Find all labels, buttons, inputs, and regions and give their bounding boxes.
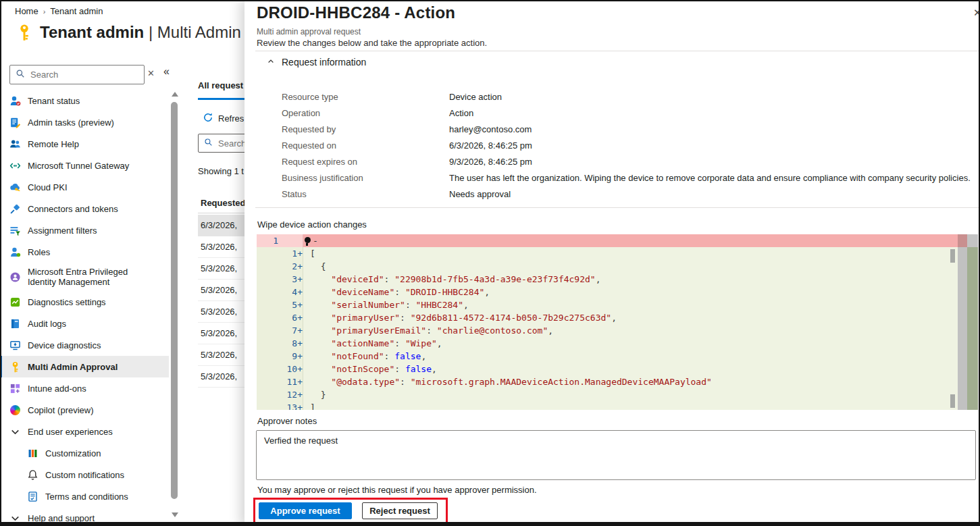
sidebar-item-admin-tasks-preview[interactable]: Admin tasks (preview)	[0, 111, 169, 133]
sidebar-scrollbar[interactable]	[170, 90, 179, 519]
approver-notes-input[interactable]: Verfied the request	[256, 430, 976, 480]
sidebar-item-multi-admin-approval[interactable]: Multi Admin Approval	[0, 356, 169, 377]
roles-icon	[9, 246, 21, 258]
sidebar-item-cloud-pki[interactable]: Cloud PKI	[0, 176, 169, 198]
field-row: OperationAction	[282, 105, 971, 121]
terms-icon	[27, 491, 38, 502]
sidebar-item-intune-add-ons[interactable]: Intune add-ons	[0, 377, 169, 399]
sidebar-item-label: Admin tasks (preview)	[28, 117, 114, 128]
sidebar-search	[9, 65, 145, 84]
diff-lines: 1-1+[2+ {3+ "deviceId": "22908b1d-7fb5-4…	[257, 234, 958, 410]
sidebar-item-assignment-filters[interactable]: Assignment filters	[0, 219, 169, 241]
audit-logs-icon	[9, 318, 21, 330]
field-row: Resource typeDevice action	[282, 88, 971, 105]
key-icon	[16, 24, 33, 41]
notifications-icon	[27, 469, 38, 481]
field-row: Requested on6/3/2026, 8:46:25 pm	[282, 137, 971, 153]
field-row: Requested byharley@contoso.com	[282, 121, 971, 137]
collapse-sidebar-icon[interactable]: «	[163, 65, 170, 78]
reject-request-button[interactable]: Reject request	[362, 502, 438, 519]
sidebar-item-terms-and-conditions[interactable]: Terms and conditions	[0, 485, 169, 507]
sidebar-item-connectors-and-tokens[interactable]: Connectors and tokens	[0, 198, 169, 219]
sidebar-item-help-and-support[interactable]: Help and support	[0, 507, 169, 526]
sidebar-item-tenant-status[interactable]: Tenant status	[0, 90, 169, 111]
sidebar-search-input[interactable]	[29, 69, 144, 80]
diff-title: Wipe device action changes	[257, 219, 367, 230]
sidebar-item-label: Tenant status	[28, 96, 80, 106]
field-row: Request expires on9/3/2026, 8:46:25 pm	[282, 153, 971, 169]
field-label: Request expires on	[282, 157, 449, 167]
close-icon[interactable]: ✕	[973, 7, 980, 19]
editor-scrollbar[interactable]	[958, 234, 967, 410]
sidebar-item-device-diagnostics[interactable]: Device diagnostics	[0, 334, 169, 356]
customization-icon	[27, 448, 38, 459]
scrollbar-removed-mark	[958, 234, 967, 247]
chevron-up-icon	[267, 57, 275, 68]
cloud-pki-icon	[9, 182, 21, 193]
sidebar-item-microsoft-tunnel-gateway[interactable]: Microsoft Tunnel Gateway	[0, 155, 169, 176]
field-value: harley@contoso.com	[449, 124, 532, 134]
editor-minimap[interactable]	[967, 234, 978, 410]
remote-help-icon	[9, 138, 21, 150]
field-label: Operation	[282, 108, 449, 118]
ruler-mark	[950, 394, 955, 408]
diff-inserted-line: 9+ "notFound": false,	[257, 350, 958, 363]
sidebar-item-label: Assignment filters	[28, 226, 97, 236]
request-information-section-header[interactable]: Request information	[267, 57, 366, 68]
breadcrumb: Home›Tenant admin	[15, 6, 103, 16]
tenant-status-icon	[9, 95, 21, 107]
key-icon	[9, 361, 21, 373]
tab-all-requests[interactable]: All request	[198, 80, 243, 90]
field-row: StatusNeeds approval	[282, 186, 971, 202]
approver-notes-label: Approver notes	[257, 416, 317, 426]
sidebar-item-label: Diagnostics settings	[28, 297, 106, 307]
sidebar-item-label: Copilot (preview)	[28, 405, 94, 415]
breadcrumb-current[interactable]: Tenant admin	[50, 6, 103, 16]
connectors-icon	[9, 203, 21, 215]
scroll-up-icon[interactable]	[172, 92, 178, 97]
approve-request-button[interactable]: Approve request	[259, 502, 352, 519]
field-value: Action	[449, 108, 473, 118]
refresh-button[interactable]: Refres	[203, 112, 244, 125]
tunnel-gateway-icon	[9, 160, 21, 172]
diff-inserted-line: 7+ "primaryUserEmail": "charlie@contoso.…	[257, 324, 958, 337]
sidebar-item-remote-help[interactable]: Remote Help	[0, 133, 169, 155]
assignment-filters-icon	[9, 225, 21, 236]
sidebar-item-custom-notifications[interactable]: Custom notifications	[0, 464, 169, 485]
diff-inserted-line: 1+[	[257, 247, 958, 260]
breadcrumb-separator-icon: ›	[43, 7, 46, 16]
field-value: Needs approval	[449, 189, 511, 199]
sidebar-item-audit-logs[interactable]: Audit logs	[0, 313, 169, 334]
sidebar-item-roles[interactable]: Roles	[0, 241, 169, 263]
panel-description: Review the changes below and take the ap…	[257, 38, 487, 48]
panel-title: DROID-HHBC284 - Action	[257, 3, 455, 22]
sidebar-item-label: Intune add-ons	[28, 384, 86, 394]
clear-search-icon[interactable]: ✕	[147, 68, 155, 78]
field-label: Status	[282, 189, 449, 199]
page-subtitle: | Multi Admin	[149, 23, 241, 41]
scroll-down-icon[interactable]	[172, 512, 178, 517]
intune-addons-icon	[9, 383, 21, 394]
diff-inserted-line: 11+ "@odata.type": "microsoft.graph.MAAD…	[257, 375, 958, 388]
sidebar-item-label: End user experiences	[28, 427, 113, 437]
breadcrumb-home[interactable]: Home	[15, 6, 38, 16]
diff-inserted-line: 10+ "notInScope": false,	[257, 363, 958, 375]
field-label: Requested on	[282, 140, 449, 151]
diff-editor[interactable]: 1-1+[2+ {3+ "deviceId": "22908b1d-7fb5-4…	[257, 234, 978, 410]
showing-count-text: Showing 1 t	[198, 166, 244, 176]
diff-inserted-line: 3+ "deviceId": "22908b1d-7fb5-4a3d-a39e-…	[257, 273, 958, 286]
sidebar-item-diagnostics-settings[interactable]: Diagnostics settings	[0, 291, 169, 313]
sidebar-item-customization[interactable]: Customization	[0, 442, 169, 464]
sidebar-item-label: Connectors and tokens	[28, 204, 118, 214]
column-header-requested[interactable]: Requested	[201, 198, 245, 208]
sidebar-item-label: Help and support	[28, 513, 95, 523]
copilot-icon	[9, 404, 21, 416]
field-value: 6/3/2026, 8:46:25 pm	[449, 140, 532, 151]
diff-minus-sign: -	[313, 234, 318, 247]
admin-tasks-icon	[9, 117, 21, 128]
sidebar-item-end-user-experiences[interactable]: End user experiences	[0, 421, 169, 442]
search-icon	[10, 69, 29, 81]
sidebar-item-microsoft-entra-privileged-identity-management[interactable]: Microsoft Entra Privileged Identity Mana…	[0, 263, 169, 291]
sidebar-item-copilot-preview[interactable]: Copilot (preview)	[0, 399, 169, 421]
scrollbar-thumb[interactable]	[171, 102, 178, 499]
